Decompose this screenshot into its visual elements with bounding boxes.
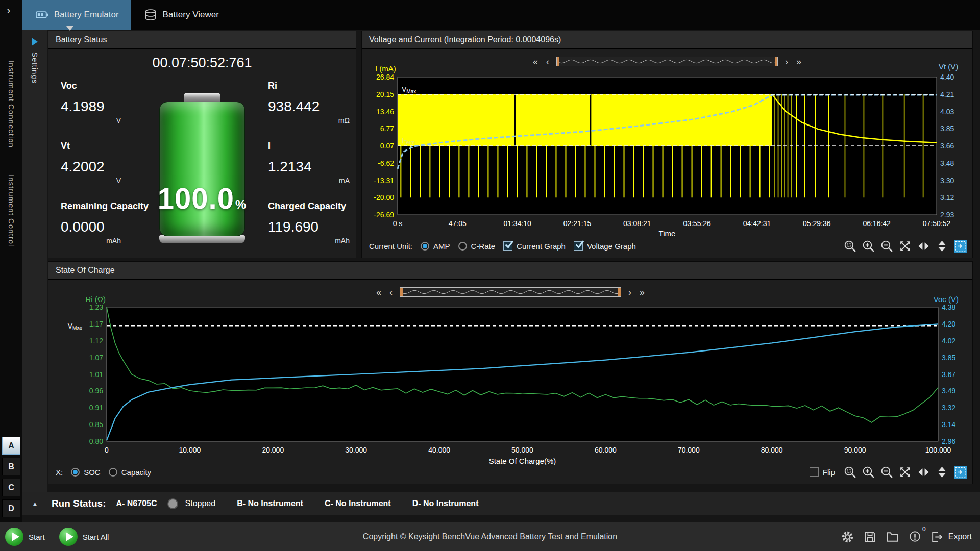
- svg-text:I (mA): I (mA): [375, 64, 396, 73]
- svg-text:20.15: 20.15: [376, 90, 394, 98]
- battery-base: [159, 235, 245, 243]
- radio-icon: [458, 242, 467, 251]
- export-button[interactable]: Export: [930, 530, 972, 544]
- vc-scroll-left-button[interactable]: ‹: [545, 57, 550, 66]
- autoscale-icon[interactable]: [953, 239, 967, 253]
- sidebar-item-instrument-control[interactable]: Instrument Control: [7, 174, 16, 246]
- voltage-current-chart[interactable]: VMaxITerm26.8420.1513.466.770.07-6.62-13…: [365, 58, 970, 238]
- fit-horizontal-icon[interactable]: [917, 239, 930, 253]
- soc-scroll-track[interactable]: [400, 287, 621, 297]
- svg-text:4.40: 4.40: [940, 73, 954, 81]
- svg-text:0.07: 0.07: [380, 142, 394, 150]
- zoom-region-icon[interactable]: [843, 239, 857, 253]
- soc-scroll-handle-right[interactable]: [618, 288, 621, 296]
- tab-battery-emulator[interactable]: Battery Emulator: [22, 0, 131, 30]
- svg-text:06:16:42: 06:16:42: [863, 219, 891, 228]
- amp-radio[interactable]: AMP: [421, 242, 450, 251]
- vc-chart-scrollbar: « ‹ › »: [532, 57, 802, 66]
- start-button[interactable]: Start: [5, 528, 45, 546]
- soc-scroll-left-button[interactable]: ‹: [388, 288, 394, 297]
- tab-battery-viewer[interactable]: Battery Viewer: [131, 0, 231, 30]
- gear-icon[interactable]: [841, 530, 854, 544]
- autoscale-icon[interactable]: [953, 465, 967, 479]
- fit-vertical-icon[interactable]: [935, 465, 949, 479]
- current-graph-checkbox[interactable]: Current Graph: [503, 241, 566, 251]
- soc-radio[interactable]: SOC: [71, 468, 101, 477]
- state-of-charge-panel: State Of Charge « ‹ › » VMax1.231.171.12…: [48, 261, 973, 484]
- svg-text:4.21: 4.21: [940, 90, 954, 98]
- rail-expand-icon[interactable]: ›: [7, 5, 10, 16]
- vc-scroll-handle-right[interactable]: [775, 57, 777, 66]
- svg-text:20.000: 20.000: [262, 446, 284, 454]
- expand-all-icon[interactable]: [898, 465, 912, 479]
- start-all-button-label: Start All: [83, 533, 109, 541]
- checkbox-icon: [810, 467, 819, 477]
- zoom-out-icon[interactable]: [880, 465, 894, 479]
- footer-icons: 0 Export: [841, 529, 972, 545]
- soc-scroll-far-right-button[interactable]: »: [639, 288, 646, 297]
- stopped-indicator-icon: [167, 498, 178, 509]
- battery-status-header: Battery Status: [48, 31, 356, 49]
- sidebar-item-instrument-connection[interactable]: Instrument Connection: [7, 60, 16, 148]
- svg-text:0.96: 0.96: [89, 387, 103, 395]
- svg-text:6.77: 6.77: [380, 124, 394, 133]
- capacity-radio[interactable]: Capacity: [109, 468, 151, 477]
- radio-icon: [109, 468, 117, 477]
- svg-text:1.17: 1.17: [89, 320, 103, 328]
- error-log-button[interactable]: 0: [908, 529, 922, 545]
- channel-d-button[interactable]: D: [2, 499, 20, 517]
- zoom-in-icon[interactable]: [862, 239, 875, 253]
- soc-chart[interactable]: VMax1.231.171.121.071.010.960.910.850.80…: [51, 290, 974, 466]
- zoom-out-icon[interactable]: [880, 239, 894, 253]
- i-unit: mA: [268, 177, 350, 185]
- soc-scroll-right-button[interactable]: ›: [627, 288, 632, 297]
- vc-scroll-far-left-button[interactable]: «: [532, 57, 539, 66]
- instrument-d-status: D- No Instrument: [412, 499, 479, 508]
- vc-scroll-right-button[interactable]: ›: [784, 57, 789, 66]
- fit-vertical-icon[interactable]: [935, 239, 949, 253]
- svg-text:47:05: 47:05: [449, 219, 467, 228]
- svg-text:13.46: 13.46: [376, 108, 394, 116]
- ri-metric: Ri 938.442 mΩ: [268, 81, 350, 124]
- start-all-button[interactable]: Start All: [59, 528, 109, 546]
- settings-label[interactable]: Settings: [31, 52, 39, 84]
- svg-text:Time: Time: [659, 229, 676, 238]
- voltage-graph-checkbox[interactable]: Voltage Graph: [574, 241, 636, 251]
- ri-value: 938.442: [268, 98, 350, 115]
- play-icon: [59, 528, 78, 546]
- svg-text:0.91: 0.91: [89, 404, 103, 412]
- i-value: 1.2134: [268, 159, 350, 175]
- svg-text:2.93: 2.93: [940, 211, 954, 219]
- expand-all-icon[interactable]: [898, 239, 912, 253]
- vc-scroll-track[interactable]: [556, 57, 778, 66]
- channel-b-button[interactable]: B: [2, 458, 20, 475]
- folder-icon[interactable]: [886, 530, 899, 544]
- channel-a-button[interactable]: A: [2, 437, 20, 455]
- svg-text:VMax: VMax: [68, 322, 82, 331]
- svg-text:-13.31: -13.31: [374, 177, 394, 185]
- channel-c-button[interactable]: C: [2, 479, 20, 496]
- svg-text:50.000: 50.000: [511, 446, 533, 454]
- charged-capacity-value: 119.690: [268, 219, 350, 235]
- svg-text:Vt (V): Vt (V): [939, 62, 958, 71]
- collapse-run-status-button[interactable]: ▲: [32, 500, 38, 508]
- svg-text:26.84: 26.84: [376, 73, 394, 81]
- vc-scroll-handle-left[interactable]: [557, 57, 559, 66]
- zoom-region-icon[interactable]: [843, 465, 857, 479]
- zoom-in-icon[interactable]: [862, 465, 875, 479]
- soc-scroll-far-left-button[interactable]: «: [375, 288, 382, 297]
- flip-checkbox[interactable]: Flip: [810, 467, 835, 477]
- battery-graphic: 100.0%: [159, 93, 245, 243]
- fit-horizontal-icon[interactable]: [917, 465, 930, 479]
- save-icon[interactable]: [863, 530, 877, 544]
- vc-scroll-far-right-button[interactable]: »: [795, 57, 802, 66]
- soc-scroll-handle-left[interactable]: [400, 288, 403, 296]
- left-rail: › Instrument Connection Instrument Contr…: [0, 0, 22, 522]
- c-rate-radio[interactable]: C-Rate: [458, 242, 496, 251]
- settings-expand-icon[interactable]: [32, 38, 38, 46]
- svg-text:1.23: 1.23: [89, 303, 103, 311]
- tab-label: Battery Viewer: [163, 10, 219, 20]
- state-of-charge-title: State Of Charge: [56, 266, 115, 275]
- svg-text:4.02: 4.02: [942, 337, 955, 345]
- svg-text:04:42:31: 04:42:31: [743, 219, 771, 228]
